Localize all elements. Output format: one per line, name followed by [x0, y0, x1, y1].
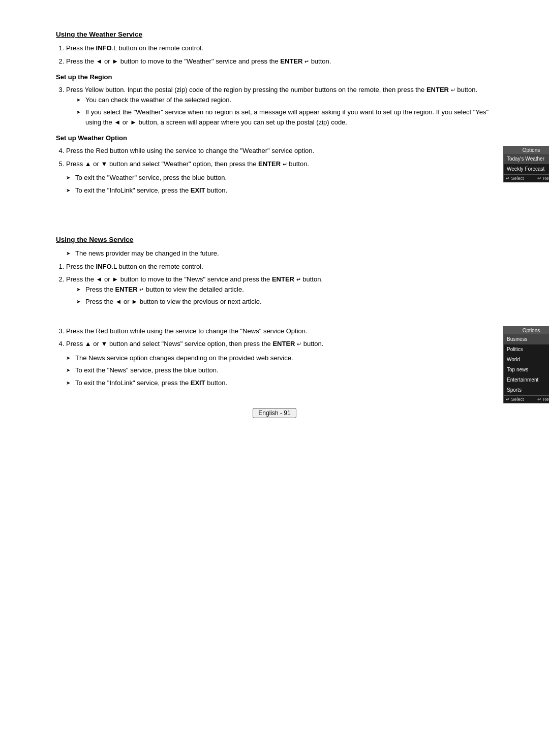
- news-exit-0: The News service option changes dependin…: [66, 353, 493, 363]
- setup-region-title: Set up the Region: [56, 73, 493, 81]
- news-panel-item-world: World: [504, 355, 549, 365]
- news-arrows2: The News service option changes dependin…: [66, 353, 493, 388]
- enter-bold-3: ENTER: [258, 160, 281, 168]
- gap2: [56, 311, 493, 326]
- exit-bold-2: EXIT: [191, 379, 205, 387]
- weather-step3-list: Press Yellow button. Input the postal (z…: [66, 85, 493, 127]
- weather-panel-item-2: Weekly Forecast: [504, 164, 549, 174]
- weather-panel-footer: ↵ Select ↩ Return: [504, 174, 549, 182]
- weather-panel-return: ↩ Return: [537, 176, 549, 181]
- weather-steps-4-5-block: Press the Red button while using the ser…: [56, 146, 493, 169]
- enter-sym-6: ↵: [297, 340, 301, 349]
- weather-panel-title: Options: [504, 146, 549, 154]
- news-panel-title: Options: [504, 327, 549, 334]
- news-section-title: Using the News Service: [56, 236, 493, 243]
- weather-step-3: Press Yellow button. Input the postal (z…: [66, 85, 493, 127]
- weather-section: Using the Weather Service Press the INFO…: [56, 30, 493, 195]
- weather-options-panel: Options Today's Weather Weekly Forecast …: [503, 146, 549, 182]
- enter-sym-2: ↵: [451, 86, 455, 94]
- news-panel-footer: ↵ Select ↩ Return: [504, 395, 549, 403]
- weather-arrow-1-2: If you select the "Weather" service when…: [76, 107, 493, 127]
- page-footer: English - 91: [56, 408, 493, 418]
- enter-sym-3: ↵: [283, 160, 287, 169]
- enter-bold-6: ENTER: [272, 340, 295, 348]
- footer-badge: English - 91: [253, 408, 296, 418]
- info-bold-2: INFO: [96, 263, 112, 270]
- enter-sym-5: ↵: [139, 286, 144, 294]
- news-panel-item-politics: Politics: [504, 344, 549, 355]
- exit-bold-1: EXIT: [191, 186, 205, 194]
- news-arrow-1-2: Press the ◄ or ► button to view the prev…: [76, 297, 493, 307]
- news-arrow-1-1: Press the ENTER ↵ button to view the det…: [76, 285, 493, 295]
- weather-panel-item-1: Today's Weather: [504, 154, 549, 164]
- weather-exit-1: To exit the "Weather" service, press the…: [66, 173, 493, 183]
- news-steps-3-4: Press the Red button while using the ser…: [66, 326, 493, 349]
- news-panel-item-business: Business: [504, 334, 549, 344]
- news-panel-item-sports: Sports: [504, 385, 549, 395]
- enter-bold-4: ENTER: [272, 275, 294, 283]
- news-panel-select: ↵ Select: [506, 397, 524, 402]
- weather-step-2: Press the ◄ or ► button to move to the "…: [66, 56, 493, 67]
- weather-arrow-1-1: You can check the weather of the selecte…: [76, 95, 493, 105]
- news-arrows1: Press the ENTER ↵ button to view the det…: [76, 285, 493, 307]
- news-step-3: Press the Red button while using the ser…: [66, 326, 493, 336]
- news-panel-return: ↩ Return: [537, 397, 549, 402]
- news-steps-1-2: Press the INFO.L button on the remote co…: [66, 262, 493, 307]
- news-pre-1: The news provider may be changed in the …: [66, 248, 493, 259]
- enter-sym-1: ↵: [304, 57, 309, 66]
- enter-bold-5: ENTER: [115, 286, 138, 293]
- page-content: Using the Weather Service Press the INFO…: [56, 0, 493, 449]
- news-panel-item-topnews: Top news: [504, 365, 549, 375]
- gap1: [56, 210, 493, 236]
- news-step-1: Press the INFO.L button on the remote co…: [66, 262, 493, 272]
- enter-sym-4: ↵: [296, 275, 301, 284]
- weather-section-title: Using the Weather Service: [56, 30, 493, 38]
- weather-arrows2: To exit the "Weather" service, press the…: [66, 173, 493, 195]
- weather-step-1: Press the INFO.L button on the remote co…: [66, 43, 493, 53]
- news-panel-item-entertainment: Entertainment: [504, 375, 549, 385]
- info-bold-1: INFO: [96, 44, 112, 52]
- enter-bold-1: ENTER: [280, 57, 302, 65]
- weather-step-5: Press ▲ or ▼ button and select "Weather"…: [66, 159, 493, 169]
- news-section: Using the News Service The news provider…: [56, 236, 493, 388]
- news-steps-3-4-block: Press the Red button while using the ser…: [56, 326, 493, 349]
- news-step-2: Press the ◄ or ► button to move to the "…: [66, 274, 493, 307]
- news-step-4: Press ▲ or ▼ button and select "News" se…: [66, 339, 493, 349]
- weather-steps-list: Press the INFO.L button on the remote co…: [66, 43, 493, 66]
- weather-exit-2: To exit the "InfoLink" service, press th…: [66, 185, 493, 196]
- news-exit-1: To exit the "News" service, press the bl…: [66, 365, 493, 375]
- setup-weather-option-title: Set up Weather Option: [56, 134, 493, 142]
- weather-arrows1: You can check the weather of the selecte…: [76, 95, 493, 128]
- news-exit-2: To exit the "InfoLink" service, press th…: [66, 378, 493, 388]
- weather-step-4: Press the Red button while using the ser…: [66, 146, 493, 156]
- weather-panel-select: ↵ Select: [506, 176, 524, 181]
- news-options-panel: Options Business Politics World Top news…: [503, 326, 549, 403]
- weather-steps-4-5: Press the Red button while using the ser…: [66, 146, 493, 169]
- news-pre-bullets: The news provider may be changed in the …: [66, 248, 493, 259]
- enter-bold-2: ENTER: [426, 86, 449, 93]
